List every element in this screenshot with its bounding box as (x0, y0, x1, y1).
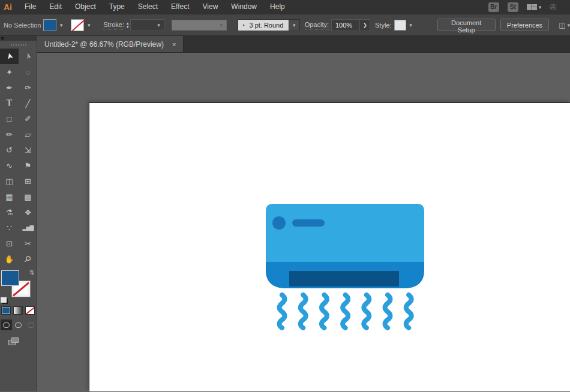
lasso-tool[interactable]: ◌ (19, 64, 37, 80)
opacity-input[interactable]: 100% (331, 19, 360, 31)
color-mode-buttons (0, 304, 37, 315)
rotate-icon: ↺ (6, 146, 13, 155)
puppet-warp-tool[interactable]: ⚑ (19, 158, 37, 173)
air-conditioner-artwork[interactable] (266, 204, 424, 331)
paintbrush-tool[interactable]: ✐ (19, 111, 37, 126)
slice-tool[interactable]: ✂ (19, 236, 37, 251)
menu-object[interactable]: Object (68, 0, 103, 14)
draw-mode-buttons (0, 319, 37, 330)
chevron-down-icon: ▾ (217, 22, 226, 28)
draw-normal-button[interactable] (1, 319, 12, 330)
draw-behind-button[interactable] (13, 319, 24, 330)
align-artboard-icon: ◫ (559, 21, 565, 29)
chevron-down-icon: ▾ (567, 22, 570, 28)
blend-icon: ❖ (25, 208, 32, 217)
illustrator-logo: Ai (0, 2, 18, 12)
menu-file[interactable]: File (18, 0, 43, 14)
menu-type[interactable]: Type (103, 0, 131, 14)
eyedropper-icon: ⚗ (6, 208, 13, 217)
column-graph-tool[interactable]: ▂▅▇ (19, 220, 37, 236)
menu-effect[interactable]: Effect (164, 0, 196, 14)
stroke-color-swatch[interactable] (71, 19, 84, 31)
document-setup-button[interactable]: Document Setup (437, 19, 496, 31)
arrange-documents-button[interactable]: ▾ (527, 4, 542, 10)
chevron-down-icon[interactable]: ▾ (406, 22, 416, 28)
menu-view[interactable]: View (196, 0, 225, 14)
stepper-down-icon[interactable]: ▾ (127, 25, 129, 29)
pen-tool[interactable]: ✒ (0, 80, 19, 95)
graphic-style-swatch[interactable] (394, 20, 406, 31)
stroke-width-stepper[interactable]: ▴ ▾ (127, 22, 129, 29)
curvature-tool[interactable]: ✑ (19, 80, 37, 95)
screen-mode-button[interactable] (8, 337, 19, 346)
slice-icon: ✂ (25, 239, 31, 248)
opacity-expand-button[interactable]: ❯ (360, 19, 370, 31)
zoom-tool[interactable]: ⚲ (19, 251, 37, 267)
rotate-tool[interactable]: ↺ (0, 142, 19, 158)
swap-fill-stroke-icon[interactable]: ⇄ (28, 270, 35, 275)
fill-color-control[interactable]: ▾ (43, 19, 66, 31)
align-options-control[interactable]: ◫ ▾ (559, 21, 570, 29)
selection-tool[interactable]: ➤ (0, 49, 19, 64)
eyedropper-tool[interactable]: ⚗ (0, 204, 19, 220)
bridge-button[interactable]: Br (488, 2, 499, 12)
chevron-down-icon[interactable]: ▾ (56, 22, 66, 28)
artboard-tool[interactable]: ⊡ (0, 236, 19, 251)
tool-grid: ➤➢✦◌✒✑T╱□✐✏▱↺⇲∿⚑◫⊞▦▩⚗❖∵▂▅▇⊡✂✋⚲ (0, 49, 37, 267)
type-tool[interactable]: T (0, 95, 19, 111)
hand-tool[interactable]: ✋ (0, 251, 19, 267)
paintbrush-icon: ✐ (25, 114, 31, 123)
tools-panel-header[interactable] (0, 36, 37, 41)
puppet-warp-icon: ⚑ (25, 161, 32, 170)
brush-dropdown-button[interactable]: ▾ (289, 19, 300, 31)
default-fill-stroke-icon[interactable] (1, 297, 7, 303)
opacity-label[interactable]: Opacity: (305, 21, 329, 29)
magic-wand-tool[interactable]: ✦ (0, 64, 19, 80)
mesh-icon: ▦ (5, 192, 13, 201)
artboard[interactable] (89, 103, 570, 391)
menu-window[interactable]: Window (224, 0, 263, 14)
brush-definition-value[interactable]: • 3 pt. Round (238, 19, 289, 31)
perspective-grid-tool[interactable]: ⊞ (19, 173, 37, 189)
direct-selection-tool[interactable]: ➢ (19, 49, 37, 64)
gradient-button[interactable] (13, 306, 23, 315)
width-tool[interactable]: ∿ (0, 158, 19, 173)
stroke-label[interactable]: Stroke: (103, 21, 124, 29)
color-button[interactable] (1, 306, 11, 315)
fill-swatch[interactable] (1, 270, 19, 286)
none-button[interactable] (25, 306, 35, 315)
rectangle-tool[interactable]: □ (0, 111, 19, 126)
mesh-tool[interactable]: ▦ (0, 189, 19, 204)
tools-panel-grip[interactable] (0, 41, 37, 49)
variable-width-profile-dropdown: ▾ (172, 20, 227, 31)
shape-builder-tool[interactable]: ◫ (0, 173, 19, 189)
shaper-tool[interactable]: ✏ (0, 126, 19, 142)
chevron-down-icon[interactable]: ▾ (84, 22, 94, 28)
line-tool[interactable]: ╱ (19, 95, 37, 111)
stroke-color-control[interactable]: ▾ (71, 19, 94, 31)
chevron-down-icon[interactable]: ▾ (154, 22, 164, 28)
brush-definition-control[interactable]: • 3 pt. Round ▾ (238, 19, 300, 31)
close-icon[interactable]: × (172, 41, 176, 48)
scale-tool[interactable]: ⇲ (19, 142, 37, 158)
menu-edit[interactable]: Edit (43, 0, 68, 14)
eraser-tool[interactable]: ▱ (19, 126, 37, 142)
gpu-performance-icon[interactable]: ✇ (550, 2, 557, 12)
menu-help[interactable]: Help (263, 0, 292, 14)
airflow-wave-icon (364, 295, 369, 328)
line-icon: ╱ (26, 99, 31, 108)
document-tab[interactable]: Untitled-2* @ 66.67% (RGB/Preview) × (37, 36, 184, 52)
blend-tool[interactable]: ❖ (19, 204, 37, 220)
gradient-tool[interactable]: ▩ (19, 189, 37, 204)
stroke-width-dropdown[interactable]: ▾ (130, 19, 164, 31)
canvas[interactable] (37, 53, 570, 391)
eraser-icon: ▱ (25, 130, 31, 139)
graphic-style-control[interactable]: ▾ (394, 20, 416, 31)
selection-status: No Selection (0, 22, 43, 29)
scale-icon: ⇲ (25, 146, 31, 155)
menu-select[interactable]: Select (131, 0, 164, 14)
preferences-button[interactable]: Preferences (500, 19, 549, 31)
fill-color-swatch[interactable] (43, 19, 56, 31)
stock-button[interactable]: St (508, 2, 518, 12)
symbol-sprayer-tool[interactable]: ∵ (0, 220, 19, 236)
